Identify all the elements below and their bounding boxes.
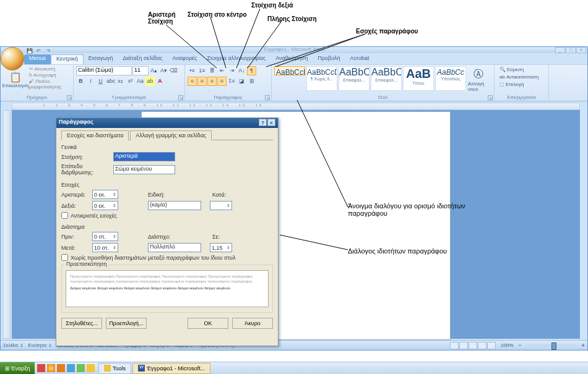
tab-acrobat[interactable]: Acrobat — [345, 54, 374, 64]
view-full-screen[interactable] — [459, 342, 468, 349]
maximize-button[interactable]: □ — [566, 47, 576, 53]
default-button[interactable]: Προεπιλογή... — [106, 318, 147, 329]
tray-chrome-icon[interactable] — [47, 364, 55, 372]
minimize-button[interactable]: _ — [555, 47, 565, 53]
paragraph-dialog-launcher[interactable]: ↘ — [265, 95, 270, 100]
case-button[interactable]: Aa — [136, 77, 145, 86]
dialog-tab-breaks[interactable]: Αλλαγή γραμμής και σελίδας — [130, 130, 212, 140]
styles-dialog-launcher[interactable]: ↘ — [488, 95, 493, 100]
tray-ie-icon[interactable] — [67, 364, 75, 372]
tray-icon-1[interactable] — [37, 364, 45, 372]
tab-layout[interactable]: Διάταξη σελίδας — [118, 54, 168, 64]
change-styles-button[interactable]: ⒶΑλλαγή στυλ — [467, 66, 490, 93]
start-button[interactable]: ⊞ Έναρξη — [0, 362, 35, 375]
strike-button[interactable]: abc — [106, 77, 115, 86]
align-left-button[interactable]: ≡ — [188, 77, 197, 86]
numbering-button[interactable]: 1≡ — [197, 66, 207, 75]
copy-button[interactable]: ⎘ Αντιγραφή — [29, 72, 71, 78]
alignment-select[interactable]: Αριστερά — [113, 152, 175, 161]
at-spin[interactable]: 1,15 — [210, 243, 232, 252]
align-center-button[interactable]: ≡ — [197, 77, 207, 86]
view-draft[interactable] — [487, 342, 496, 349]
horizontal-ruler[interactable]: · 1 · 2 · 3 · 4 · 5 · 6 · 7 · 8 · 9 · 10… — [12, 103, 580, 110]
shading-button[interactable]: ◪ — [237, 77, 246, 86]
style-nospace[interactable]: AaBbCcDc¶ Χωρίς δ... — [306, 66, 337, 91]
office-button[interactable] — [1, 47, 24, 70]
increase-indent-button[interactable]: ⇥ — [227, 66, 236, 75]
tray-icon-5[interactable] — [77, 364, 85, 372]
paragraph-dialog: Παράγραφος ? × Εσοχές και διαστήματα Αλλ… — [56, 117, 279, 346]
replace-button[interactable]: abΑντικατάσταση — [497, 74, 546, 80]
style-title[interactable]: AaBΤίτλος — [403, 66, 434, 91]
paste-button[interactable]: 📋 Επικόλληση — [3, 66, 28, 93]
dialog-help-button[interactable]: ? — [259, 119, 267, 126]
cancel-button[interactable]: Άκυρο — [232, 318, 273, 329]
view-print-layout[interactable] — [450, 342, 459, 349]
tab-mailings[interactable]: Στοιχεία αλληλογραφίας — [202, 54, 270, 64]
cut-button[interactable]: ✂ Αποκοπή — [29, 66, 71, 72]
grow-font-button[interactable]: A▴ — [149, 66, 158, 75]
vertical-ruler[interactable] — [3, 110, 11, 339]
tab-menus[interactable]: Menus — [24, 54, 51, 64]
style-h1[interactable]: AaBbCΕπικεφαλ... — [339, 66, 370, 91]
bullets-button[interactable]: •≡ — [188, 66, 197, 75]
outline-select[interactable]: Σώμα κειμένου — [113, 165, 175, 174]
tab-home[interactable]: Κεντρική — [51, 54, 84, 64]
dialog-tab-indents[interactable]: Εσοχές και διαστήματα — [61, 130, 129, 140]
indent-right-spin[interactable]: 0 εκ. — [92, 201, 118, 210]
tab-insert[interactable]: Εισαγωγή — [84, 54, 118, 64]
font-color-button[interactable]: A — [155, 77, 165, 86]
decrease-indent-button[interactable]: ⇤ — [217, 66, 227, 75]
clear-format-button[interactable]: ⌫ — [169, 66, 178, 75]
style-h2[interactable]: AaBbCcΕπικεφαλ... — [371, 66, 402, 91]
borders-button[interactable]: ⊞ — [247, 77, 256, 86]
style-subtitle[interactable]: AaBbCcΥπότιτλος — [435, 66, 466, 91]
indent-left-spin[interactable]: 0 εκ. — [92, 190, 118, 199]
subscript-button[interactable]: x₂ — [116, 77, 125, 86]
taskbar-item-word[interactable]: W Έγγραφο1 - Microsoft... — [132, 363, 210, 374]
sort-button[interactable]: A↓ — [237, 66, 246, 75]
highlight-button[interactable]: ab — [145, 77, 155, 86]
dialog-close-button[interactable]: × — [267, 119, 275, 126]
superscript-button[interactable]: x² — [126, 77, 135, 86]
italic-button[interactable]: I — [86, 77, 95, 86]
underline-button[interactable]: U — [96, 77, 105, 86]
before-spin[interactable]: 0 στ. — [92, 232, 118, 241]
zoom-slider[interactable] — [527, 344, 576, 347]
show-marks-button[interactable]: ¶ — [247, 66, 256, 75]
view-web[interactable] — [469, 342, 477, 349]
by-spin[interactable] — [210, 201, 232, 210]
format-painter-button[interactable]: 🖌 Πινέλο μορφοποίησης — [29, 79, 71, 90]
tray-folder-icon[interactable] — [87, 364, 95, 372]
close-button[interactable]: × — [576, 47, 586, 53]
line-spacing-button[interactable]: ‡≡ — [227, 77, 236, 86]
align-right-button[interactable]: ≡ — [207, 77, 217, 86]
after-spin[interactable]: 10 στ. — [92, 243, 118, 252]
multilevel-button[interactable]: ≣ — [207, 66, 217, 75]
font-size-combo[interactable]: 11 — [132, 66, 149, 75]
special-select[interactable]: (καμία) — [148, 201, 201, 210]
linespacing-select[interactable]: Πολλαπλό — [148, 243, 201, 252]
tab-view[interactable]: Προβολή — [313, 54, 345, 64]
font-dialog-launcher[interactable]: ↘ — [178, 95, 183, 100]
font-name-combo[interactable]: Calibri (Σώμα) — [76, 66, 132, 75]
zoom-in[interactable]: + — [581, 342, 585, 349]
tab-references[interactable]: Αναφορές — [168, 54, 202, 64]
shrink-font-button[interactable]: A▾ — [159, 66, 168, 75]
select-button[interactable]: ⬚Επιλογή — [497, 81, 546, 88]
taskbar-item-tools[interactable]: Tools — [98, 363, 131, 374]
ok-button[interactable]: OK — [188, 318, 228, 329]
tray-firefox-icon[interactable] — [57, 364, 65, 372]
clipboard-dialog-launcher[interactable]: ↘ — [67, 95, 72, 100]
bold-button[interactable]: B — [76, 77, 85, 86]
tab-review[interactable]: Αναθεώρηση — [270, 54, 313, 64]
style-normal[interactable]: AaBbCcDc¶ Βασικό — [274, 66, 305, 75]
zoom-percent[interactable]: 100% — [501, 342, 513, 348]
mirror-indent-checkbox[interactable] — [61, 212, 68, 219]
tabs-button[interactable]: Στηλοθέτες... — [61, 318, 102, 329]
view-outline[interactable] — [478, 342, 486, 349]
justify-button[interactable]: ≡ — [217, 77, 227, 86]
find-button[interactable]: 🔍Εύρεση — [497, 66, 546, 73]
noadd-checkbox[interactable] — [61, 254, 68, 261]
zoom-out[interactable]: − — [518, 342, 522, 349]
